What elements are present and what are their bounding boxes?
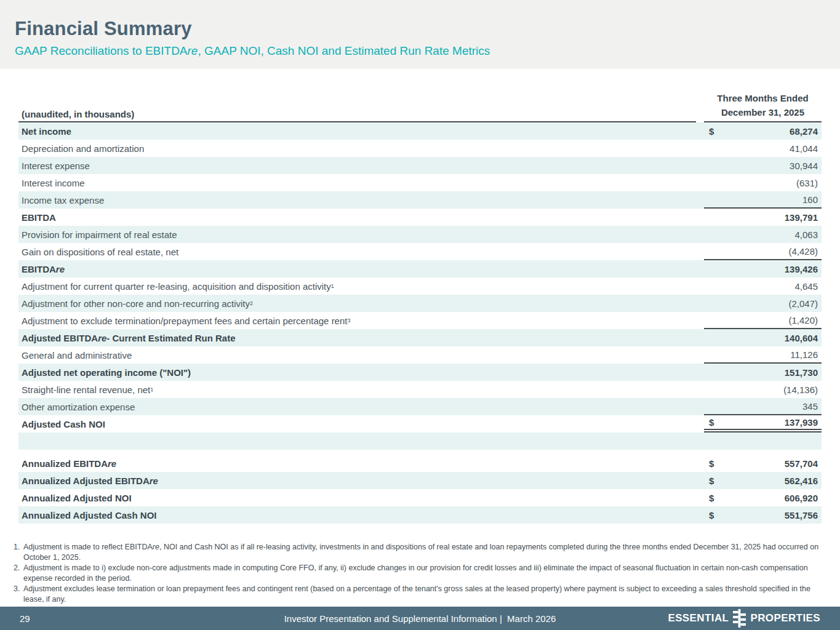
row-value: 11,126 (704, 346, 822, 364)
row-value: 151,730 (704, 364, 822, 381)
row-value: $557,704 (704, 455, 822, 472)
row-label: Provision for impairment of real estate (18, 226, 696, 243)
row-value: 41,044 (704, 140, 822, 157)
value-amount: 345 (802, 401, 822, 412)
section-gap (18, 450, 822, 455)
value-amount: 30,944 (790, 161, 822, 171)
logo-mark-icon (733, 609, 746, 628)
value-amount: 140,604 (785, 333, 822, 343)
value-amount: 139,426 (785, 264, 822, 274)
row-label: Adjusted EBITDAre - Current Estimated Ru… (18, 329, 696, 346)
row-label: Net income (18, 122, 696, 140)
row-value: 345 (704, 398, 822, 415)
table-row: Adjustment for other non-core and non-re… (18, 295, 822, 312)
row-value: 139,426 (704, 260, 822, 277)
row-label: Annualized Adjusted EBITDAre (18, 472, 696, 489)
table-row: Net income$68,274 (18, 122, 822, 140)
table-row: Adjusted EBITDAre - Current Estimated Ru… (18, 329, 822, 346)
table-header-period: Three Months Ended December 31, 2025 (704, 91, 822, 122)
footnote-text: Adjustment is made to i) exclude non-cor… (23, 564, 808, 583)
currency-symbol: $ (704, 458, 714, 469)
value-amount: 551,756 (785, 510, 822, 520)
table-row: Income tax expense160 (18, 191, 822, 209)
row-value: 140,604 (704, 329, 822, 346)
table-row: Adjusted net operating income ("NOI")151… (18, 364, 822, 381)
currency-symbol: $ (704, 510, 714, 520)
footer-bar: 29 Investor Presentation and Supplementa… (0, 607, 840, 630)
row-value: (631) (704, 174, 822, 191)
value-amount: 139,791 (785, 212, 822, 223)
table-header: (unaudited, in thousands) Three Months E… (18, 91, 822, 122)
footnote: 3.Adjustment excludes lease termination … (14, 584, 823, 605)
currency-symbol: $ (704, 126, 714, 137)
row-value: (14,136) (704, 381, 822, 398)
row-label: Interest income (18, 174, 696, 191)
logo-text-right: PROPERTIES (750, 612, 820, 624)
row-value: $606,920 (704, 489, 822, 506)
table-row: Other amortization expense345 (18, 398, 822, 415)
footnote-number: 1. (14, 542, 20, 552)
financial-reconciliation-table: (unaudited, in thousands) Three Months E… (18, 91, 822, 524)
row-label (18, 433, 696, 450)
row-label: Gain on dispositions of real estate, net (18, 243, 696, 260)
row-label: Adjustment for other non-core and non-re… (18, 295, 696, 312)
row-label: General and administrative (18, 346, 696, 364)
row-label: Interest expense (18, 157, 696, 174)
value-amount: 557,704 (785, 458, 822, 469)
footnotes: 1.Adjustment is made to reflect EBITDAre… (14, 542, 823, 605)
company-logo: ESSENTIAL PROPERTIES (668, 609, 820, 628)
currency-symbol: $ (704, 417, 714, 428)
row-value: 30,944 (704, 157, 822, 174)
value-amount: 11,126 (790, 349, 822, 360)
footnote-text: Adjustment is made to reflect EBITDAre, … (23, 543, 818, 562)
value-amount: 41,044 (790, 143, 822, 154)
value-amount: 4,063 (794, 229, 822, 240)
table-row: Interest expense30,944 (18, 157, 822, 174)
row-label: Straight-line rental revenue, net1 (18, 381, 696, 398)
row-value: (1,420) (704, 312, 822, 329)
currency-symbol: $ (704, 493, 714, 503)
row-label: Annualized Adjusted NOI (18, 489, 696, 506)
row-value: 4,645 (704, 277, 822, 295)
row-value: 4,063 (704, 226, 822, 243)
row-value: 160 (704, 191, 822, 209)
table-row: Annualized Adjusted EBITDAre$562,416 (18, 472, 822, 489)
value-amount: 68,274 (790, 126, 822, 137)
row-value: $562,416 (704, 472, 822, 489)
table-row: Adjustment to exclude termination/prepay… (18, 312, 822, 329)
table-row: Straight-line rental revenue, net1(14,13… (18, 381, 822, 398)
row-label: Other amortization expense (18, 398, 696, 415)
table-row (18, 433, 822, 450)
table-row: Annualized EBITDAre$557,704 (18, 455, 822, 472)
table-row: EBITDA139,791 (18, 209, 822, 226)
table-row: Adjustment for current quarter re-leasin… (18, 277, 822, 295)
row-value: $137,939 (704, 415, 822, 433)
row-value: $551,756 (704, 506, 822, 524)
row-label: EBITDAre (18, 260, 696, 277)
footnote-number: 3. (14, 584, 20, 594)
row-label: Adjusted net operating income ("NOI") (18, 364, 696, 381)
value-amount: 562,416 (785, 476, 822, 486)
table-row: EBITDAre139,426 (18, 260, 822, 277)
period-header-line1: Three Months Ended (704, 91, 822, 105)
row-value: $68,274 (704, 122, 822, 140)
row-value: (2,047) (704, 295, 822, 312)
value-amount: 606,920 (785, 493, 822, 503)
row-value: 139,791 (704, 209, 822, 226)
row-label: EBITDA (18, 209, 696, 226)
table-header-left: (unaudited, in thousands) (18, 91, 696, 122)
page-number: 29 (20, 613, 30, 624)
table-row: General and administrative11,126 (18, 346, 822, 364)
row-label: Income tax expense (18, 191, 696, 209)
table-row: Interest income(631) (18, 174, 822, 191)
row-label: Annualized EBITDAre (18, 455, 696, 472)
table-row: Gain on dispositions of real estate, net… (18, 243, 822, 260)
row-value (704, 433, 822, 450)
row-value: (4,428) (704, 243, 822, 260)
row-label: Depreciation and amortization (18, 140, 696, 157)
value-amount: 151,730 (785, 367, 822, 378)
footnote-number: 2. (14, 563, 20, 573)
value-amount: 160 (802, 194, 822, 205)
value-amount: 137,939 (785, 417, 822, 428)
footnote: 1.Adjustment is made to reflect EBITDAre… (14, 542, 823, 563)
